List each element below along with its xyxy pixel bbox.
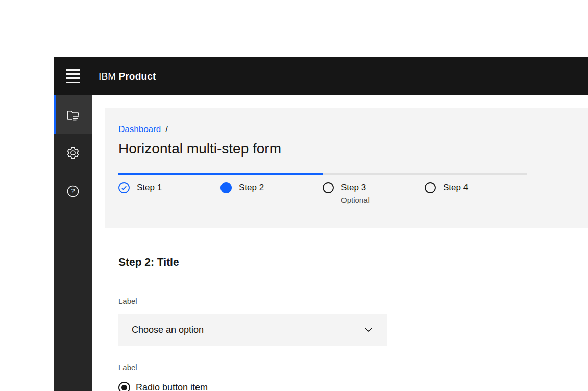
brand-prefix: IBM [99,71,116,82]
progress-step-label: Step 2 [239,182,264,193]
progress-step-secondary-label: Optional [341,196,370,205]
radio-group-label: Label [118,363,588,372]
empty-circle-icon [425,182,436,193]
chevron-down-icon [364,326,373,334]
progress-step-label: Step 1 [137,182,162,193]
radio-option-label: Radio button item [136,382,208,391]
dropdown-trigger[interactable]: Choose an option [118,314,387,346]
dropdown-field-label: Label [118,297,588,305]
brand-name: Product [118,71,156,82]
progress-step-3[interactable]: Step 3 Optional [323,173,425,205]
folder-details-icon [66,108,80,121]
side-nav: ? [54,95,92,391]
hamburger-menu-button[interactable] [61,64,85,89]
progress-step-4[interactable]: Step 4 [425,173,527,205]
radio-selected-icon [118,382,130,391]
top-header: IBMProduct [54,57,588,95]
hamburger-menu-icon [66,69,80,71]
sidenav-item-settings[interactable] [54,134,92,172]
main-content: Dashboard / Horizontal multi-step form S… [92,95,588,391]
brand-home-link[interactable]: IBMProduct [99,71,156,82]
sidenav-item-help[interactable]: ? [54,172,92,210]
step-form-section: Step 2: Title Label Choose an option Lab… [118,255,588,391]
progress-step-label: Step 3 [341,182,370,193]
progress-step-2[interactable]: Step 2 [220,173,323,205]
progress-step-1[interactable]: Step 1 [118,173,220,205]
breadcrumb: Dashboard / [118,124,588,135]
breadcrumb-link-dashboard[interactable]: Dashboard [118,124,161,135]
app-window: IBMProduct ? [54,57,588,391]
svg-text:?: ? [71,187,75,195]
empty-circle-icon [323,182,334,193]
step-section-title: Step 2: Title [118,255,588,269]
sidenav-item-catalog[interactable] [54,95,92,134]
page-title: Horizontal multi-step form [118,140,588,158]
page-header-section: Dashboard / Horizontal multi-step form S… [105,108,588,228]
dropdown-value: Choose an option [132,325,204,335]
radio-option-row[interactable]: Radio button item [118,382,588,391]
help-icon: ? [66,185,80,198]
check-circle-icon [118,182,130,193]
progress-indicator: Step 1 Step 2 [118,173,588,205]
progress-step-label: Step 4 [443,182,468,193]
breadcrumb-separator: / [165,124,168,135]
gear-icon [66,146,80,160]
filled-circle-icon [220,182,232,193]
